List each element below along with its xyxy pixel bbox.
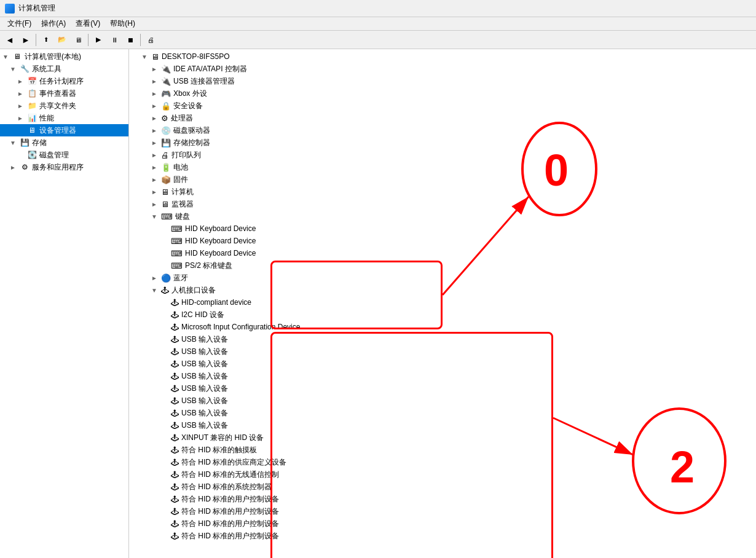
toggle-keyboard-icon[interactable]: ▼ [151,213,161,220]
hidsys-icon: 🕹 [171,482,179,492]
toggle-print-icon[interactable]: ► [151,152,161,159]
right-keyboard[interactable]: ▼ ⌨ 键盘 [129,210,756,222]
right-hid-kb-3[interactable]: ⌨ HID Keyboard Device [129,247,756,259]
tree-system-tools[interactable]: ▼ 🔧 系统工具 [0,63,128,75]
right-ps2-kb[interactable]: ⌨ PS/2 标准键盘 [129,259,756,272]
menu-file[interactable]: 文件(F) [2,17,36,30]
right-hid-compliant[interactable]: 🕹 HID-compliant device [129,296,756,308]
right-battery[interactable]: ► 🔋 电池 [129,161,756,173]
right-ms-input[interactable]: 🕹 Microsoft Input Configuration Device [129,321,756,333]
back-button[interactable]: ◄ [2,33,17,47]
toggle-shared[interactable]: ► [17,103,27,109]
toggle-comp-icon[interactable]: ► [151,189,161,195]
right-usb-input-6[interactable]: 🕹 USB 输入设备 [129,395,756,407]
desktop-label: DESKTOP-8IFS5PO [162,52,229,61]
tree-disk-mgmt[interactable]: 💽 磁盘管理 [0,149,128,161]
toolbar-btn-4[interactable]: ▶ [91,33,106,47]
toggle-hid-icon[interactable]: ▼ [151,287,161,294]
right-hid-kb-2[interactable]: ⌨ HID Keyboard Device [129,235,756,247]
tree-services[interactable]: ► ⚙ 服务和应用程序 [0,161,128,173]
show-hide-btn[interactable]: ⬆ [39,33,53,47]
right-print-queue[interactable]: ► 🖨 打印队列 [129,149,756,161]
right-usb-input-8[interactable]: 🕹 USB 输入设备 [129,419,756,431]
right-hid-user-3[interactable]: 🕹 符合 HID 标准的用户控制设备 [129,517,756,530]
right-usb-input-7[interactable]: 🕹 USB 输入设备 [129,407,756,419]
storage-label: 存储 [32,138,47,148]
tree-performance[interactable]: ► 📊 性能 [0,112,128,124]
menu-view[interactable]: 查看(V) [71,17,105,30]
toggle-task[interactable]: ► [17,78,27,85]
right-hid-vendor[interactable]: 🕹 符合 HID 标准的供应商定义设备 [129,456,756,468]
right-usb-input-4[interactable]: 🕹 USB 输入设备 [129,370,756,382]
right-disk-drive[interactable]: ► 💿 磁盘驱动器 [129,124,756,136]
right-xinput[interactable]: 🕹 XINPUT 兼容的 HID 设备 [129,431,756,444]
toggle-monitor-icon[interactable]: ► [151,201,161,208]
tree-shared-folders[interactable]: ► 📁 共享文件夹 [0,100,128,112]
toggle-bt-icon[interactable]: ► [151,275,161,281]
toggle-system-tools[interactable]: ▼ [10,66,20,73]
right-processor[interactable]: ► ⚙ 处理器 [129,112,756,124]
toggle-ide-icon[interactable]: ► [151,66,161,73]
toggle-perf[interactable]: ► [17,115,27,122]
tree-event-viewer[interactable]: ► 📋 事件查看器 [0,87,128,100]
toggle-event[interactable]: ► [17,90,27,97]
toggle-storage[interactable]: ▼ [10,140,20,146]
right-hid-user-1[interactable]: 🕹 符合 HID 标准的用户控制设备 [129,493,756,505]
firmware-label: 固件 [173,175,188,185]
disk-icon: 💽 [27,150,37,160]
right-security[interactable]: ► 🔒 安全设备 [129,100,756,112]
right-usb-input-5[interactable]: 🕹 USB 输入设备 [129,382,756,395]
toggle-security-icon[interactable]: ► [151,103,161,109]
right-hid-kb-1[interactable]: ⌨ HID Keyboard Device [129,222,756,235]
forward-button[interactable]: ► [18,33,33,47]
xinput-label: XINPUT 兼容的 HID 设备 [181,433,264,443]
toggle-diskdrv-icon[interactable]: ► [151,127,161,134]
security-icon: 🔒 [161,101,171,111]
right-firmware[interactable]: ► 📦 固件 [129,173,756,186]
proc-icon: ⚙ [161,114,168,123]
menu-action[interactable]: 操作(A) [36,17,71,30]
right-hid-touchpad[interactable]: 🕹 符合 HID 标准的触摸板 [129,444,756,456]
toolbar-btn-2[interactable]: 📂 [55,33,69,47]
right-usb-input-2[interactable]: 🕹 USB 输入设备 [129,345,756,358]
xbox-icon: 🎮 [161,89,171,98]
toggle-firmware-icon[interactable]: ► [151,176,161,183]
right-usb-input-1[interactable]: 🕹 USB 输入设备 [129,333,756,345]
toggle-storagectrl-icon[interactable]: ► [151,140,161,146]
tree-device-manager[interactable]: 🖥 设备管理器 [0,124,128,136]
usb3-label: USB 输入设备 [181,359,228,369]
right-usb-input-3[interactable]: 🕹 USB 输入设备 [129,358,756,370]
right-desktop[interactable]: ▼ 🖥 DESKTOP-8IFS5PO [129,50,756,63]
menu-help[interactable]: 帮助(H) [105,17,140,30]
toolbar-btn-5[interactable]: ⏸ [107,33,122,47]
right-xbox[interactable]: ► 🎮 Xbox 外设 [129,87,756,100]
toolbar-separator-1 [36,34,36,46]
tree-task-scheduler[interactable]: ► 📅 任务计划程序 [0,75,128,87]
right-ide[interactable]: ► 🔌 IDE ATA/ATAPI 控制器 [129,63,756,75]
right-storage-ctrl[interactable]: ► 💾 存储控制器 [129,136,756,149]
toggle-services[interactable]: ► [10,164,20,171]
right-computer[interactable]: ► 🖥 计算机 [129,186,756,198]
toggle-battery-icon[interactable]: ► [151,164,161,171]
tree-storage[interactable]: ▼ 💾 存储 [0,136,128,149]
right-i2c-hid[interactable]: 🕹 I2C HID 设备 [129,308,756,321]
toggle-desktop-icon[interactable]: ▼ [141,53,151,60]
right-hid-group[interactable]: ▼ 🕹 人机接口设备 [129,284,756,296]
toggle-root[interactable]: ▼ [2,53,12,60]
toolbar-btn-3[interactable]: 🖥 [71,33,85,47]
toggle-usbhub-icon[interactable]: ► [151,78,161,85]
tree-root[interactable]: ▼ 🖥 计算机管理(本地) [0,50,128,63]
right-usb-hub[interactable]: ► 🔌 USB 连接器管理器 [129,75,756,87]
toolbar-btn-6[interactable]: ⏹ [123,33,138,47]
toggle-proc-icon[interactable]: ► [151,115,161,122]
right-hid-system[interactable]: 🕹 符合 HID 标准的系统控制器 [129,481,756,493]
right-monitor[interactable]: ► 🖥 监视器 [129,198,756,210]
right-hid-user-4[interactable]: 🕹 符合 HID 标准的用户控制设备 [129,530,756,542]
task-label: 任务计划程序 [39,76,84,87]
right-bluetooth[interactable]: ► 🔵 蓝牙 [129,272,756,284]
toggle-xbox-icon[interactable]: ► [151,90,161,97]
event-label: 事件查看器 [39,88,76,99]
right-hid-wireless[interactable]: 🕹 符合 HID 标准的无线通信控制 [129,468,756,481]
toolbar-btn-7[interactable]: 🖨 [143,33,158,47]
right-hid-user-2[interactable]: 🕹 符合 HID 标准的用户控制设备 [129,505,756,517]
